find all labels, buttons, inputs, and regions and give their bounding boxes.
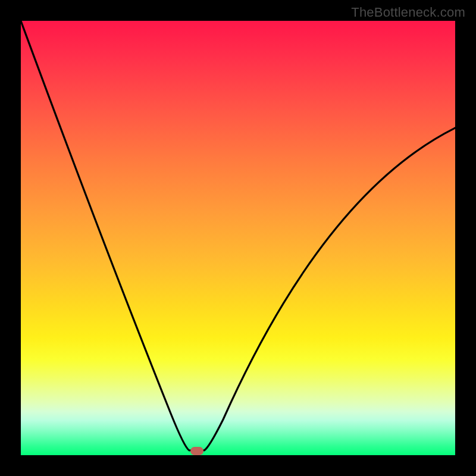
optimal-point-marker xyxy=(190,447,203,455)
chart-frame: TheBottleneck.com xyxy=(0,0,476,476)
watermark-text: TheBottleneck.com xyxy=(351,5,465,20)
plot-area xyxy=(21,21,455,455)
curve-path xyxy=(21,21,455,450)
bottleneck-curve xyxy=(21,21,455,455)
